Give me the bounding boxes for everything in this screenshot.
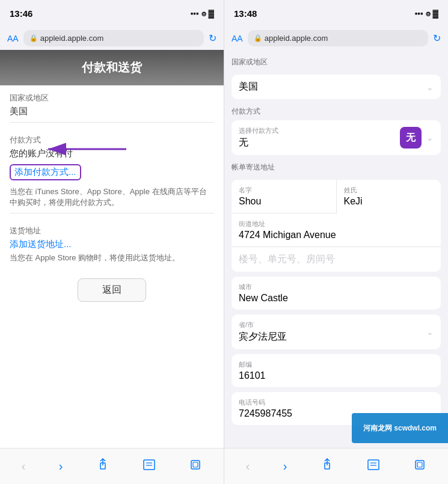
lock-icon-left: 🔒 (29, 34, 38, 42)
first-name-value: Shou (239, 196, 329, 207)
tabs-button-right[interactable] (406, 453, 434, 479)
street-field[interactable]: 街道地址 4724 Michigan Avenue (232, 213, 441, 247)
status-bar-right: 13:48 ▪▪▪ ⌾ ▓ (224, 0, 448, 26)
bookmarks-button-right[interactable] (360, 453, 387, 479)
city-field[interactable]: 城市 New Castle (232, 277, 441, 310)
country-value-right: 美国 (239, 81, 258, 93)
state-label: 省/市 (239, 320, 287, 329)
country-label-left: 国家或地区 (10, 93, 214, 103)
status-time-right: 13:48 (234, 8, 257, 19)
watermark-text: 河南龙网 scwdwl.com (363, 423, 437, 433)
zip-field[interactable]: 邮编 16101 (232, 354, 441, 387)
forward-button-right[interactable]: › (276, 455, 295, 478)
shipping-label: 送货地址 (10, 225, 214, 236)
aa-button-left[interactable]: AA (7, 34, 19, 43)
share-button-right[interactable] (313, 453, 341, 479)
chevron-down-icon-payment: ⌄ (426, 133, 434, 142)
street-value: 4724 Michigan Avenue (239, 230, 434, 240)
return-button[interactable]: 返回 (78, 278, 146, 302)
back-button-right[interactable]: ‹ (239, 455, 257, 478)
lock-icon-right: 🔒 (254, 34, 262, 42)
status-bar-left: 13:46 ▪▪▪ ⌾ ▓ (0, 0, 224, 26)
share-button-left[interactable] (89, 453, 117, 479)
add-payment-link[interactable]: 添加付款方式... (14, 167, 76, 177)
country-select[interactable]: 美国 ⌄ (232, 75, 441, 99)
country-section-label-right: 国家或地区 (232, 55, 441, 70)
last-name-field[interactable]: 姓氏 KeJi (337, 180, 441, 213)
name-row: 名字 Shou 姓氏 KeJi (232, 180, 441, 213)
payment-section-label-right: 付款方式 (232, 104, 441, 119)
apt-placeholder: 楼号、单元号、房间号 (239, 253, 434, 266)
url-bar-right[interactable]: 🔒 appleid.apple.com (248, 30, 428, 46)
page-content-left: 付款和送货 国家或地区 美国 付款方式 您的账户没有付 添加付款方式... 当您… (0, 50, 224, 448)
page-title: 付款和送货 (82, 61, 142, 74)
bottom-toolbar-left: ‹ › (0, 448, 224, 484)
back-button-left[interactable]: ‹ (14, 455, 33, 478)
browser-bar-right: AA 🔒 appleid.apple.com ↻ (224, 26, 448, 50)
apt-field[interactable]: 楼号、单元号、房间号 (232, 247, 441, 272)
aa-button-right[interactable]: AA (232, 34, 243, 43)
first-name-field[interactable]: 名字 Shou (232, 180, 337, 213)
state-section: 省/市 宾夕法尼亚 ⌄ (232, 314, 441, 349)
battery-icon: ▓ (209, 9, 214, 18)
payment-section-left: 付款方式 您的账户没有付 添加付款方式... 当您在 iTunes Store、… (0, 127, 224, 213)
url-bar-left[interactable]: 🔒 appleid.apple.com (23, 30, 204, 46)
payment-select-label: 选择付款方式 (239, 126, 278, 135)
phone-label: 电话号码 (239, 398, 434, 407)
form-scroll: 国家或地区 美国 ⌄ 付款方式 选择付款方式 无 无 ⌄ (224, 50, 448, 448)
payment-section-right: 选择付款方式 无 无 ⌄ (232, 120, 441, 155)
wifi-icon-right: ⌾ (426, 9, 431, 18)
state-field[interactable]: 省/市 宾夕法尼亚 ⌄ (232, 314, 441, 349)
zip-value: 16101 (239, 370, 434, 381)
return-btn-wrap: 返回 (0, 278, 224, 302)
payment-none-value: 无 (239, 136, 278, 149)
svg-rect-14 (416, 461, 424, 469)
last-name-value: KeJi (344, 196, 434, 207)
url-text-right: appleid.apple.com (265, 34, 328, 43)
bookmarks-button-left[interactable] (135, 453, 163, 479)
wifi-icon: ⌾ (201, 9, 206, 18)
status-time-left: 13:46 (10, 8, 32, 19)
svg-rect-4 (144, 460, 155, 470)
city-label: 城市 (239, 283, 434, 292)
status-icons-left: ▪▪▪ ⌾ ▓ (191, 9, 214, 18)
state-value: 宾夕法尼亚 (239, 331, 287, 343)
zip-section: 邮编 16101 (232, 354, 441, 387)
payment-select-field[interactable]: 选择付款方式 无 无 ⌄ (232, 120, 441, 155)
svg-rect-11 (368, 460, 379, 470)
battery-icon-right: ▓ (433, 9, 438, 18)
reload-button-right[interactable]: ↻ (433, 32, 441, 44)
status-icons-right: ▪▪▪ ⌾ ▓ (415, 9, 438, 18)
country-value-left: 美国 (10, 106, 214, 117)
billing-section-label: 帐单寄送地址 (232, 160, 441, 175)
last-name-label: 姓氏 (344, 186, 434, 195)
forward-button-left[interactable]: › (52, 455, 70, 478)
chevron-down-icon-state: ⌄ (426, 327, 434, 337)
watermark: 河南龙网 scwdwl.com (352, 413, 448, 443)
reload-button-left[interactable]: ↻ (209, 32, 216, 44)
url-text-left: appleid.apple.com (40, 34, 104, 43)
svg-rect-15 (417, 462, 422, 467)
shipping-desc: 当您在 Apple Store 购物时，将使用此送货地址。 (10, 253, 214, 263)
payment-left: 选择付款方式 无 (239, 126, 278, 149)
browser-bar-left: AA 🔒 appleid.apple.com ↻ (0, 26, 224, 50)
signal-icon: ▪▪▪ (191, 9, 199, 18)
signal-icon-right: ▪▪▪ (415, 9, 423, 18)
name-section: 名字 Shou 姓氏 KeJi 街道地址 4724 Michigan Avenu… (232, 180, 441, 272)
city-value: New Castle (239, 293, 434, 304)
bottom-toolbar-right: ‹ › (224, 448, 448, 484)
wu-badge: 无 (400, 127, 422, 149)
country-section-left: 国家或地区 美国 (0, 85, 224, 123)
right-panel: 13:48 ▪▪▪ ⌾ ▓ AA 🔒 appleid.apple.com ↻ 国… (224, 0, 448, 484)
svg-rect-7 (191, 461, 200, 469)
tabs-button-left[interactable] (182, 453, 209, 479)
payment-no-account: 您的账户没有付 (10, 148, 214, 159)
first-name-label: 名字 (239, 186, 329, 195)
add-shipping-link[interactable]: 添加送货地址... (10, 239, 72, 249)
payment-label-left: 付款方式 (10, 135, 214, 146)
page-header: 付款和送货 (0, 50, 224, 85)
country-field-right: 美国 ⌄ (232, 75, 441, 99)
city-section: 城市 New Castle (232, 277, 441, 310)
shipping-section-left: 送货地址 添加送货地址... 当您在 Apple Store 购物时，将使用此送… (0, 218, 224, 263)
svg-rect-8 (193, 462, 198, 467)
